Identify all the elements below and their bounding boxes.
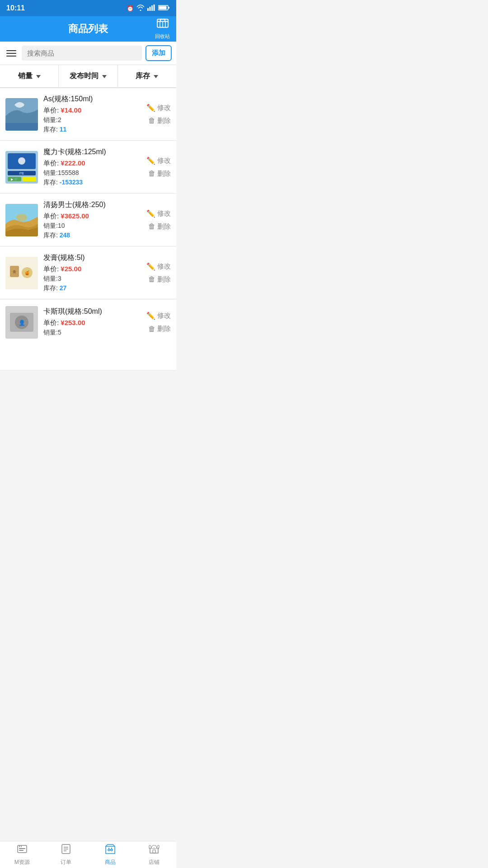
wifi-icon (136, 5, 145, 12)
stock-value: 27 (60, 284, 67, 292)
sort-sales[interactable]: 销量 (0, 65, 59, 87)
product-actions: ✏️ 修改 🗑 删除 (146, 262, 171, 284)
status-icons: ⏰ (127, 5, 170, 12)
product-actions: ✏️ 修改 🗑 删除 (146, 209, 171, 231)
add-product-button[interactable]: 添加 (145, 45, 172, 61)
delete-icon: 🗑 (148, 170, 155, 178)
sort-stock-label: 库存 (136, 71, 150, 81)
nav-resources[interactable]: M资源 (0, 841, 44, 868)
product-thumbnail: iTE ▶ 🛒 (5, 151, 38, 184)
nav-resources-label: M资源 (14, 859, 30, 866)
table-row: iTE ▶ 🛒 魔力卡(规格:125ml) 单价: ¥222.00 销量:155… (0, 141, 176, 193)
edit-label: 修改 (157, 262, 171, 271)
nav-store[interactable]: 店铺 (132, 841, 177, 868)
edit-icon: ✏️ (146, 156, 155, 165)
delete-button[interactable]: 🗑 删除 (148, 222, 171, 231)
recycle-label: 回收站 (155, 33, 170, 40)
nav-store-label: 店铺 (149, 859, 160, 866)
search-input[interactable] (22, 46, 142, 61)
table-row: 👤 卡斯琪(规格:50ml) 单价: ¥253.00 销量:5 ✏️ 修改 🗑 … (0, 300, 176, 371)
sort-stock-arrow (154, 75, 158, 78)
svg-text:膏: 膏 (13, 270, 16, 274)
delete-label: 删除 (157, 170, 171, 178)
sort-time-arrow (102, 75, 107, 78)
product-thumbnail: 👤 (5, 306, 38, 339)
product-sales: 销量:5 (43, 329, 141, 337)
svg-point-44 (108, 849, 110, 851)
delete-label: 删除 (157, 325, 171, 333)
products-icon (105, 844, 116, 857)
svg-text:▶ 🛒: ▶ 🛒 (11, 177, 18, 181)
product-actions: ✏️ 修改 🗑 删除 (146, 156, 171, 178)
delete-icon: 🗑 (148, 325, 155, 333)
product-price: 单价: ¥222.00 (43, 159, 141, 168)
edit-label: 修改 (157, 311, 171, 320)
product-price: 单价: ¥253.00 (43, 319, 141, 327)
svg-rect-5 (159, 6, 167, 9)
product-name: As(规格:150ml) (43, 94, 141, 104)
nav-products[interactable]: 商品 (88, 841, 132, 868)
edit-button[interactable]: ✏️ 修改 (146, 104, 171, 112)
battery-icon (158, 5, 170, 12)
product-thumbnail: 膏 🍯 (5, 257, 38, 289)
delete-label: 删除 (157, 117, 171, 125)
sort-stock[interactable]: 库存 (118, 65, 176, 87)
signal-icon (147, 5, 155, 12)
edit-button[interactable]: ✏️ 修改 (146, 262, 171, 271)
product-actions: ✏️ 修改 🗑 删除 (146, 104, 171, 125)
nav-products-label: 商品 (105, 859, 116, 866)
svg-point-26 (16, 214, 27, 221)
edit-label: 修改 (157, 156, 171, 165)
svg-rect-3 (154, 5, 155, 11)
product-list: As(规格:150ml) 单价: ¥14.00 销量:2 库存: 11 ✏️ 修… (0, 88, 176, 371)
delete-button[interactable]: 🗑 删除 (148, 275, 171, 284)
product-sales: 销量:155588 (43, 169, 141, 177)
product-info: 魔力卡(规格:125ml) 单价: ¥222.00 销量:155588 库存: … (43, 147, 141, 187)
edit-button[interactable]: ✏️ 修改 (146, 156, 171, 165)
svg-rect-6 (169, 7, 170, 9)
product-name: 卡斯琪(规格:50ml) (43, 307, 141, 316)
delete-button[interactable]: 🗑 删除 (148, 117, 171, 125)
svg-rect-24 (23, 177, 36, 181)
edit-button[interactable]: ✏️ 修改 (146, 209, 171, 218)
svg-point-45 (111, 849, 113, 851)
stock-value: -153233 (60, 179, 83, 186)
page-title: 商品列表 (68, 22, 108, 36)
delete-icon: 🗑 (148, 222, 155, 231)
delete-button[interactable]: 🗑 删除 (148, 325, 171, 333)
sort-sales-arrow (36, 75, 41, 78)
product-price: 单价: ¥25.00 (43, 265, 141, 274)
bottom-nav: M资源 订单 商品 (0, 841, 176, 868)
product-name: 魔力卡(规格:125ml) (43, 147, 141, 157)
header: 商品列表 回收站 (0, 16, 176, 42)
recycle-button[interactable]: 回收站 (155, 19, 170, 40)
alarm-icon: ⏰ (127, 5, 134, 12)
delete-button[interactable]: 🗑 删除 (148, 170, 171, 178)
price-value: ¥14.00 (61, 106, 81, 114)
delete-label: 删除 (157, 275, 171, 284)
edit-label: 修改 (157, 104, 171, 112)
status-time: 10:11 (6, 4, 25, 12)
edit-icon: ✏️ (146, 262, 155, 271)
edit-label: 修改 (157, 209, 171, 218)
sort-time[interactable]: 发布时间 (59, 65, 117, 87)
svg-text:🍯: 🍯 (24, 270, 30, 276)
svg-rect-2 (151, 5, 153, 11)
nav-orders[interactable]: 订单 (44, 841, 89, 868)
svg-point-19 (18, 157, 25, 165)
product-info: 卡斯琪(规格:50ml) 单价: ¥253.00 销量:5 (43, 307, 141, 338)
edit-icon: ✏️ (146, 104, 155, 112)
sort-sales-label: 销量 (18, 71, 33, 81)
price-value: ¥253.00 (61, 319, 85, 326)
product-price: 单价: ¥14.00 (43, 106, 141, 115)
edit-button[interactable]: ✏️ 修改 (146, 311, 171, 320)
svg-rect-1 (150, 7, 151, 11)
menu-button[interactable] (5, 48, 18, 58)
svg-text:iTE: iTE (19, 172, 24, 175)
price-value: ¥3625.00 (61, 212, 89, 220)
status-bar: 10:11 ⏰ (0, 0, 176, 16)
table-row: 膏 🍯 发膏(规格:5l) 单价: ¥25.00 销量:3 库存: 27 ✏️ … (0, 247, 176, 299)
svg-rect-37 (19, 848, 25, 849)
delete-icon: 🗑 (148, 117, 155, 125)
product-price: 单价: ¥3625.00 (43, 212, 141, 221)
